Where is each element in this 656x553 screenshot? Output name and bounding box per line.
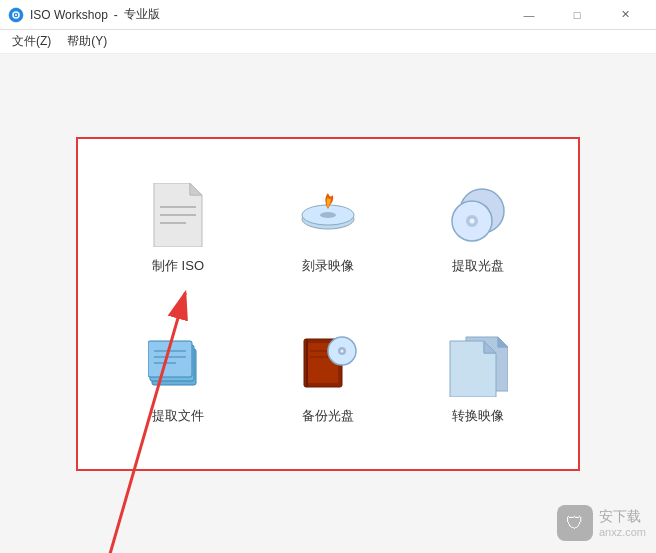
watermark: 🛡 安下载 anxz.com xyxy=(555,503,646,543)
burn-image-label: 刻录映像 xyxy=(302,257,354,275)
svg-marker-32 xyxy=(498,337,508,347)
title-controls: — □ ✕ xyxy=(506,0,648,30)
backup-disc-label: 备份光盘 xyxy=(302,407,354,425)
title-bar: ISO Workshop - 专业版 — □ ✕ xyxy=(0,0,656,30)
svg-rect-24 xyxy=(306,339,308,387)
app-edition-label: 专业版 xyxy=(124,6,160,23)
svg-point-10 xyxy=(320,212,336,218)
menu-bar: 文件(Z) 帮助(Y) xyxy=(0,30,656,54)
menu-file[interactable]: 文件(Z) xyxy=(4,30,59,54)
extract-disc-label: 提取光盘 xyxy=(452,257,504,275)
function-grid: 制作 ISO 刻录映像 xyxy=(76,137,580,471)
burn-image-icon xyxy=(296,183,360,247)
convert-image-item[interactable]: 转换映像 xyxy=(408,309,548,449)
minimize-button[interactable]: — xyxy=(506,0,552,30)
watermark-icon: 🛡 xyxy=(555,503,595,543)
extract-file-label: 提取文件 xyxy=(152,407,204,425)
app-icon xyxy=(8,7,24,23)
make-iso-label: 制作 ISO xyxy=(152,257,204,275)
svg-text:🛡: 🛡 xyxy=(566,513,584,533)
convert-image-icon xyxy=(446,333,510,397)
app-title: ISO Workshop xyxy=(30,8,108,22)
extract-file-item[interactable]: 提取文件 xyxy=(108,309,248,449)
svg-point-2 xyxy=(15,14,17,16)
burn-image-item[interactable]: 刻录映像 xyxy=(258,159,398,299)
backup-disc-item[interactable]: 备份光盘 xyxy=(258,309,398,449)
extract-disc-icon xyxy=(446,183,510,247)
convert-image-label: 转换映像 xyxy=(452,407,504,425)
svg-point-30 xyxy=(341,349,344,352)
app-edition: - xyxy=(114,8,118,22)
svg-point-16 xyxy=(470,218,475,223)
svg-marker-4 xyxy=(190,183,202,195)
title-left: ISO Workshop - 专业版 xyxy=(8,6,160,23)
menu-help[interactable]: 帮助(Y) xyxy=(59,30,115,54)
extract-disc-item[interactable]: 提取光盘 xyxy=(408,159,548,299)
backup-disc-icon xyxy=(296,333,360,397)
maximize-button[interactable]: □ xyxy=(554,0,600,30)
watermark-text: 安下载 anxz.com xyxy=(599,508,646,538)
make-iso-item[interactable]: 制作 ISO xyxy=(108,159,248,299)
svg-rect-19 xyxy=(148,341,192,377)
extract-file-icon xyxy=(146,333,210,397)
make-iso-icon xyxy=(146,183,210,247)
main-area: 制作 ISO 刻录映像 xyxy=(0,54,656,553)
close-button[interactable]: ✕ xyxy=(602,0,648,30)
